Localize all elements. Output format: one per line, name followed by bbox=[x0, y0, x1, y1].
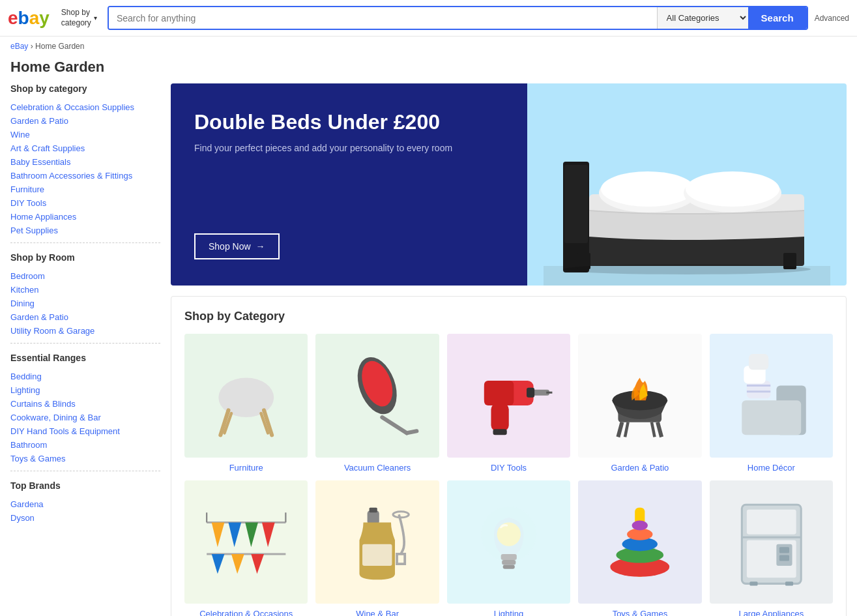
sidebar-section-essentials: Essential Ranges Bedding Lighting Curtai… bbox=[10, 343, 160, 465]
category-image-garden bbox=[578, 334, 701, 457]
sidebar-section1-title: Shop by category bbox=[10, 83, 160, 94]
drill-icon bbox=[459, 346, 559, 445]
svg-marker-54 bbox=[231, 553, 244, 573]
svg-rect-56 bbox=[368, 510, 379, 524]
category-item-wine[interactable]: Wine & Bar bbox=[315, 480, 439, 616]
firepit-icon bbox=[590, 346, 690, 445]
svg-rect-25 bbox=[484, 381, 514, 405]
category-image-furniture bbox=[184, 334, 308, 457]
sidebar-item-garden-patio[interactable]: Garden & Patio bbox=[10, 114, 160, 128]
sidebar-item-wine[interactable]: Wine bbox=[10, 128, 160, 141]
breadcrumb-ebay[interactable]: eBay bbox=[10, 42, 28, 51]
sidebar-section-categories: Shop by category Celebration & Occasion … bbox=[10, 83, 160, 237]
svg-marker-47 bbox=[228, 522, 241, 547]
banner-title: Double Beds Under £200 bbox=[194, 110, 504, 134]
sidebar-item-curtains[interactable]: Curtains & Blinds bbox=[10, 397, 160, 411]
shop-by-category-section: Shop by Category bbox=[171, 296, 847, 616]
wine-icon bbox=[328, 493, 427, 592]
search-button[interactable]: Search bbox=[748, 7, 807, 29]
sidebar-item-garden-room[interactable]: Garden & Patio bbox=[10, 310, 160, 324]
banner-text-area: Double Beds Under £200 Find your perfect… bbox=[171, 83, 527, 286]
logo-a: a bbox=[29, 8, 38, 29]
sidebar-item-furniture[interactable]: Furniture bbox=[10, 183, 160, 196]
category-item-lighting[interactable]: Lighting bbox=[447, 480, 570, 616]
homedecor-icon bbox=[722, 346, 821, 445]
category-label-lighting: Lighting bbox=[494, 609, 524, 616]
sidebar-item-bedding[interactable]: Bedding bbox=[10, 370, 160, 383]
svg-rect-42 bbox=[748, 354, 768, 370]
sidebar-item-gardena[interactable]: Gardena bbox=[10, 497, 160, 511]
svg-line-33 bbox=[618, 422, 622, 437]
search-input[interactable] bbox=[109, 7, 657, 29]
sidebar-item-appliances[interactable]: Home Appliances bbox=[10, 210, 160, 224]
sidebar-item-cookware[interactable]: Cookware, Dining & Bar bbox=[10, 411, 160, 424]
svg-rect-29 bbox=[527, 388, 534, 398]
category-select[interactable]: All Categories Home & Garden Electronics bbox=[657, 7, 748, 29]
category-image-celebration bbox=[184, 480, 308, 604]
category-item-diy[interactable]: DIY Tools bbox=[447, 334, 570, 472]
sidebar-item-art-craft[interactable]: Art & Craft Supplies bbox=[10, 141, 160, 155]
svg-rect-63 bbox=[502, 565, 514, 568]
category-image-diy bbox=[447, 334, 570, 457]
svg-rect-61 bbox=[501, 553, 516, 559]
category-image-lighting bbox=[447, 480, 570, 604]
breadcrumb-current: Home Garden bbox=[35, 42, 84, 51]
advanced-search-link[interactable]: Advanced bbox=[815, 14, 849, 23]
category-item-celebration[interactable]: Celebration & Occasions bbox=[184, 480, 308, 616]
svg-rect-26 bbox=[491, 403, 508, 431]
svg-marker-46 bbox=[212, 522, 225, 547]
sidebar-item-kitchen[interactable]: Kitchen bbox=[10, 283, 160, 297]
svg-rect-30 bbox=[493, 429, 506, 435]
sidebar-item-diy-hand[interactable]: DIY Hand Tools & Equipment bbox=[10, 424, 160, 438]
category-item-furniture[interactable]: Furniture bbox=[184, 334, 308, 472]
ebay-logo[interactable]: ebay bbox=[8, 8, 48, 29]
sidebar-item-bathroom-acc[interactable]: Bathroom Accessories & Fittings bbox=[10, 169, 160, 183]
svg-marker-49 bbox=[262, 522, 275, 547]
category-image-homedecor bbox=[710, 334, 833, 457]
sidebar-item-celebration[interactable]: Celebration & Occasion Supplies bbox=[10, 100, 160, 114]
banner-image-area bbox=[527, 83, 847, 286]
sidebar-item-dining[interactable]: Dining bbox=[10, 297, 160, 310]
svg-point-11 bbox=[563, 264, 811, 274]
sidebar-item-lighting[interactable]: Lighting bbox=[10, 383, 160, 397]
svg-point-59 bbox=[393, 511, 409, 517]
category-item-homedecor[interactable]: Home Décor bbox=[710, 334, 833, 472]
sidebar-item-baby[interactable]: Baby Essentials bbox=[10, 155, 160, 169]
sidebar-item-pet[interactable]: Pet Supplies bbox=[10, 224, 160, 237]
category-label-homedecor: Home Décor bbox=[748, 463, 795, 473]
category-section-title: Shop by Category bbox=[184, 310, 833, 323]
category-image-wine bbox=[315, 480, 439, 604]
svg-point-70 bbox=[632, 520, 648, 530]
sidebar: Shop by category Celebration & Occasion … bbox=[10, 83, 160, 616]
sidebar-item-diy-tools[interactable]: DIY Tools bbox=[10, 196, 160, 210]
category-grid: Furniture bbox=[184, 334, 833, 616]
svg-point-64 bbox=[497, 522, 520, 546]
category-item-toys[interactable]: Toys & Games bbox=[578, 480, 701, 616]
sidebar-section3-title: Essential Ranges bbox=[10, 353, 160, 363]
svg-point-10 bbox=[686, 171, 779, 207]
furniture-icon bbox=[197, 346, 296, 445]
category-item-garden[interactable]: Garden & Patio bbox=[578, 334, 701, 472]
category-label-appliances: Large Appliances bbox=[738, 609, 804, 616]
category-item-appliances[interactable]: Large Appliances bbox=[710, 480, 833, 616]
sidebar-item-utility[interactable]: Utility Room & Garage bbox=[10, 324, 160, 338]
svg-line-34 bbox=[658, 422, 661, 437]
sidebar-item-bedroom[interactable]: Bedroom bbox=[10, 269, 160, 283]
shop-now-button[interactable]: Shop Now → bbox=[194, 233, 280, 259]
svg-marker-55 bbox=[251, 553, 264, 573]
category-item-vacuum[interactable]: Vacuum Cleaners bbox=[315, 334, 439, 472]
svg-line-35 bbox=[625, 422, 628, 437]
sidebar-item-toys[interactable]: Toys & Games bbox=[10, 452, 160, 465]
page-title: Home Garden bbox=[0, 56, 857, 83]
svg-line-36 bbox=[652, 422, 655, 437]
shop-by-category-nav[interactable]: Shop by category ▾ bbox=[57, 5, 101, 31]
search-bar: All Categories Home & Garden Electronics… bbox=[108, 6, 808, 30]
shop-now-label: Shop Now bbox=[209, 241, 251, 252]
category-label-wine: Wine & Bar bbox=[356, 609, 399, 616]
hero-banner: Double Beds Under £200 Find your perfect… bbox=[171, 83, 847, 286]
sidebar-item-bathroom[interactable]: Bathroom bbox=[10, 438, 160, 452]
sidebar-item-dyson[interactable]: Dyson bbox=[10, 511, 160, 525]
category-image-toys bbox=[578, 480, 701, 604]
banner-content: Double Beds Under £200 Find your perfect… bbox=[194, 110, 504, 154]
svg-line-22 bbox=[407, 431, 417, 433]
